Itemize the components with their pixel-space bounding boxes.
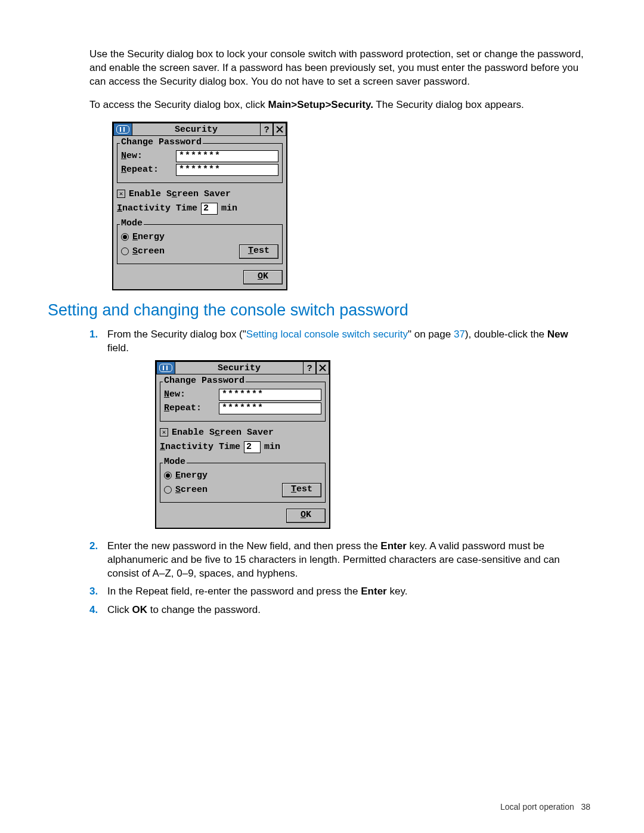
enable-screensaver-checkbox[interactable]: ✕ bbox=[117, 190, 125, 198]
mode-screen-label: Screen bbox=[175, 485, 208, 495]
intro-paragraph-1: Use the Security dialog box to lock your… bbox=[89, 48, 590, 89]
mode-legend: Mode bbox=[163, 457, 187, 467]
footer-section: Local port operation bbox=[500, 802, 574, 812]
repeat-password-input[interactable]: ******* bbox=[176, 164, 278, 176]
inactivity-time-row: Inactivity Time 2 min bbox=[117, 203, 283, 215]
enable-screensaver-label: Enable Screen Saver bbox=[129, 189, 231, 199]
mode-screen-radio[interactable] bbox=[121, 247, 129, 255]
page: Use the Security dialog box to lock your… bbox=[0, 0, 644, 833]
step-1-page-link[interactable]: 37 bbox=[454, 329, 465, 340]
inactivity-time-unit: min bbox=[221, 203, 237, 213]
repeat-password-label: Repeat: bbox=[121, 165, 176, 175]
mode-group: Mode Energy Screen Test bbox=[160, 463, 326, 503]
mode-group: Mode Energy Screen Test bbox=[117, 224, 283, 264]
repeat-password-label: Repeat: bbox=[164, 403, 219, 413]
page-footer: Local port operation 38 bbox=[500, 802, 590, 812]
close-button[interactable] bbox=[273, 123, 286, 136]
mode-screen-label: Screen bbox=[132, 246, 165, 256]
step-3-body: In the Repeat field, re-enter the passwo… bbox=[107, 585, 590, 599]
test-button[interactable]: Test bbox=[282, 483, 321, 497]
mode-screen-row: Screen Test bbox=[164, 483, 321, 497]
change-password-group: Change Password New: ******* Repeat: ***… bbox=[117, 143, 283, 183]
help-icon: ? bbox=[264, 124, 269, 134]
close-button[interactable] bbox=[316, 361, 329, 374]
step-2: 2. Enter the new password in the New fie… bbox=[89, 540, 590, 581]
repeat-password-row: Repeat: ******* bbox=[121, 164, 278, 176]
enable-screensaver-row: ✕ Enable Screen Saver bbox=[117, 189, 283, 199]
inactivity-time-input[interactable]: 2 bbox=[201, 203, 218, 215]
step-4-body: Click OK to change the password. bbox=[107, 603, 590, 617]
mode-screen-radio[interactable] bbox=[164, 486, 172, 494]
security-dialog-figure-2: Security ? Change Password New: ******* bbox=[155, 360, 590, 529]
help-button[interactable]: ? bbox=[260, 123, 273, 136]
repeat-password-input[interactable]: ******* bbox=[219, 402, 321, 414]
inactivity-time-unit: min bbox=[264, 442, 280, 452]
inactivity-time-label: Inactivity Time bbox=[117, 203, 197, 213]
dialog-title: Security bbox=[132, 123, 260, 136]
mode-screen-radio-row: Screen bbox=[164, 485, 208, 495]
step-1-number: 1. bbox=[89, 328, 107, 342]
mode-energy-label: Energy bbox=[175, 470, 208, 481]
dialog-body: Change Password New: ******* Repeat: ***… bbox=[156, 374, 329, 528]
mode-energy-row: Energy bbox=[121, 232, 278, 242]
security-dialog: Security ? Change Password New: ******* bbox=[112, 122, 287, 290]
help-button[interactable]: ? bbox=[303, 361, 316, 374]
step-1-body: From the Security dialog box ("Setting l… bbox=[107, 328, 590, 355]
repeat-password-row: Repeat: ******* bbox=[164, 402, 321, 414]
titlebar-buttons: ? bbox=[303, 361, 329, 374]
inactivity-time-label: Inactivity Time bbox=[160, 442, 240, 452]
new-password-label: New: bbox=[121, 151, 176, 161]
dialog-titlebar: Security ? bbox=[113, 123, 286, 136]
enable-screensaver-label: Enable Screen Saver bbox=[172, 428, 274, 438]
intro-2-bold: Main>Setup>Security. bbox=[268, 99, 373, 110]
new-password-row: New: ******* bbox=[121, 150, 278, 162]
step-2-number: 2. bbox=[89, 540, 107, 553]
security-dialog-figure-1: Security ? Change Password New: ******* bbox=[112, 122, 590, 290]
dialog-titlebar: Security ? bbox=[156, 361, 329, 374]
step-3: 3. In the Repeat field, re-enter the pas… bbox=[89, 585, 590, 599]
inactivity-time-row: Inactivity Time 2 min bbox=[160, 441, 326, 453]
ok-button[interactable]: OK bbox=[286, 509, 326, 523]
dialog-title: Security bbox=[175, 361, 303, 374]
change-password-legend: Change Password bbox=[163, 376, 246, 386]
steps-list-continued: 2. Enter the new password in the New fie… bbox=[89, 540, 590, 618]
hp-logo-icon bbox=[113, 123, 132, 136]
close-icon bbox=[319, 364, 326, 371]
change-password-legend: Change Password bbox=[120, 137, 203, 147]
inactivity-time-input[interactable]: 2 bbox=[244, 441, 261, 453]
new-password-label: New: bbox=[164, 389, 219, 400]
step-1-link[interactable]: Setting local console switch security bbox=[246, 329, 408, 340]
step-4-number: 4. bbox=[89, 603, 107, 617]
step-1: 1. From the Security dialog box ("Settin… bbox=[89, 328, 590, 355]
mode-screen-row: Screen Test bbox=[121, 244, 278, 259]
hp-logo-icon bbox=[156, 361, 175, 374]
ok-row: OK bbox=[160, 509, 326, 523]
footer-page: 38 bbox=[581, 802, 590, 812]
intro-2-post: The Security dialog box appears. bbox=[373, 99, 524, 110]
new-password-row: New: ******* bbox=[164, 389, 321, 401]
step-3-number: 3. bbox=[89, 585, 107, 599]
titlebar-buttons: ? bbox=[260, 123, 286, 136]
intro-2-pre: To access the Security dialog box, click bbox=[89, 99, 268, 110]
new-password-input[interactable]: ******* bbox=[219, 389, 321, 401]
step-2-body: Enter the new password in the New field,… bbox=[107, 540, 590, 581]
mode-energy-label: Energy bbox=[132, 232, 165, 242]
ok-button[interactable]: OK bbox=[243, 270, 283, 284]
ok-row: OK bbox=[117, 270, 283, 284]
security-dialog: Security ? Change Password New: ******* bbox=[155, 360, 330, 529]
change-password-group: Change Password New: ******* Repeat: ***… bbox=[160, 382, 326, 422]
section-heading: Setting and changing the console switch … bbox=[48, 301, 590, 320]
mode-screen-radio-row: Screen bbox=[121, 246, 165, 256]
dialog-body: Change Password New: ******* Repeat: ***… bbox=[113, 136, 286, 289]
help-icon: ? bbox=[306, 363, 312, 373]
mode-legend: Mode bbox=[120, 218, 144, 228]
close-icon bbox=[276, 126, 283, 133]
enable-screensaver-checkbox[interactable]: ✕ bbox=[160, 428, 168, 436]
mode-energy-radio[interactable] bbox=[121, 233, 129, 241]
new-password-input[interactable]: ******* bbox=[176, 150, 278, 162]
mode-energy-radio[interactable] bbox=[164, 472, 172, 479]
test-button[interactable]: Test bbox=[239, 244, 278, 259]
mode-energy-row: Energy bbox=[164, 470, 321, 481]
intro-paragraph-2: To access the Security dialog box, click… bbox=[89, 98, 590, 112]
enable-screensaver-row: ✕ Enable Screen Saver bbox=[160, 428, 326, 438]
